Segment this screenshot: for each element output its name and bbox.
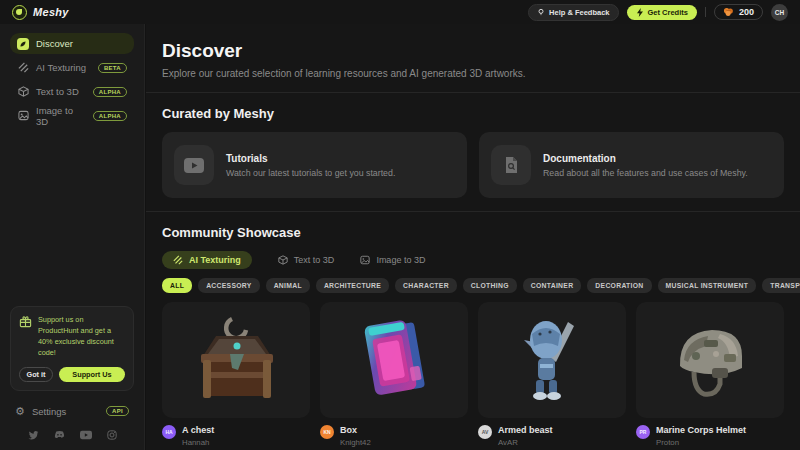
- twitter-icon[interactable]: [28, 430, 39, 440]
- model-author: Knight42: [340, 438, 371, 447]
- meshy-logo-text: Meshy: [33, 6, 69, 18]
- user-avatar[interactable]: CH: [771, 4, 788, 21]
- showcase-heading: Community Showcase: [162, 225, 784, 240]
- support-us-button[interactable]: Support Us: [59, 367, 125, 382]
- cube-icon: [278, 255, 288, 265]
- settings-label: Settings: [32, 406, 99, 417]
- tab-text-to-3d[interactable]: Text to 3D: [278, 251, 335, 269]
- filter-container[interactable]: CONTAINER: [523, 278, 582, 293]
- tutorials-title: Tutorials: [226, 153, 395, 164]
- got-it-button[interactable]: Got it: [19, 367, 53, 382]
- tab-ai-texturing[interactable]: AI Texturing: [162, 251, 252, 269]
- lightbulb-icon: [537, 8, 545, 16]
- filter-architecture[interactable]: ARCHITECTURE: [316, 278, 389, 293]
- model-image-chest: [186, 310, 286, 410]
- main-content: Discover Explore our curated selection o…: [146, 24, 800, 450]
- credit-balance[interactable]: 200: [714, 4, 763, 20]
- help-feedback-label: Help & Feedback: [549, 8, 609, 17]
- category-filters: ALL ACCESSORY ANIMAL ARCHITECTURE CHARAC…: [162, 278, 784, 293]
- producthunt-promo-card: Support us on ProductHunt and get a 40% …: [10, 306, 134, 391]
- instagram-icon[interactable]: [107, 430, 117, 440]
- filter-clothing[interactable]: CLOTHING: [463, 278, 517, 293]
- sidebar-item-label: Image to 3D: [36, 105, 86, 127]
- documentation-desc: Read about all the features and use case…: [543, 168, 748, 178]
- showcase-card[interactable]: PR Marine Corps Helmet Proton: [636, 302, 784, 447]
- texture-stripes-icon: [17, 62, 29, 74]
- creator-avatar[interactable]: PR: [636, 425, 650, 439]
- curated-heading: Curated by Meshy: [162, 106, 784, 121]
- top-bar: Meshy Help & Feedback Get Credits 200 CH: [0, 0, 800, 24]
- filter-transportation[interactable]: TRANSPORTATION: [762, 278, 800, 293]
- social-links: [10, 430, 134, 442]
- model-thumbnail: [636, 302, 784, 418]
- sidebar-item-label: Text to 3D: [36, 86, 86, 97]
- model-image-box: [344, 310, 444, 410]
- alpha-badge: ALPHA: [93, 111, 127, 121]
- model-title: Armed beast: [498, 425, 553, 435]
- tab-label: Text to 3D: [294, 255, 335, 265]
- documentation-card[interactable]: Documentation Read about all the feature…: [479, 132, 784, 198]
- showcase-card[interactable]: HA A chest Hannah: [162, 302, 310, 447]
- gear-icon: ⚙: [15, 406, 25, 417]
- sidebar-item-ai-texturing[interactable]: AI Texturing BETA: [10, 57, 134, 78]
- texture-stripes-icon: [173, 255, 183, 265]
- image-icon: [17, 110, 29, 122]
- filter-decoration[interactable]: DECORATION: [587, 278, 651, 293]
- section-divider: [146, 92, 800, 93]
- discord-icon[interactable]: [54, 430, 65, 440]
- help-feedback-button[interactable]: Help & Feedback: [528, 4, 618, 21]
- filter-animal[interactable]: ANIMAL: [266, 278, 310, 293]
- beta-badge: BETA: [98, 63, 127, 73]
- creator-avatar[interactable]: AV: [478, 425, 492, 439]
- cube-icon: [17, 86, 29, 98]
- page-title: Discover: [162, 40, 784, 62]
- lightning-icon: [636, 8, 644, 17]
- creator-avatar[interactable]: KN: [320, 425, 334, 439]
- model-title: Box: [340, 425, 371, 435]
- promo-text: Support us on ProductHunt and get a 40% …: [38, 315, 125, 359]
- credit-count-value: 200: [739, 7, 754, 17]
- creator-avatar[interactable]: HA: [162, 425, 176, 439]
- showcase-card[interactable]: KN Box Knight42: [320, 302, 468, 447]
- showcase-card[interactable]: AV Armed beast AvAR: [478, 302, 626, 447]
- filter-character[interactable]: CHARACTER: [395, 278, 457, 293]
- showcase-grid: HA A chest Hannah: [162, 302, 784, 447]
- api-badge: API: [106, 406, 129, 416]
- model-author: AvAR: [498, 438, 553, 447]
- model-title: A chest: [182, 425, 214, 435]
- meshy-logo-icon: [12, 5, 27, 20]
- showcase-tabs: AI Texturing Text to 3D Image to 3D: [162, 251, 784, 269]
- document-icon: [491, 145, 531, 185]
- filter-accessory[interactable]: ACCESSORY: [198, 278, 260, 293]
- model-thumbnail: [320, 302, 468, 418]
- model-image-armed-beast: [502, 310, 602, 410]
- model-author: Hannah: [182, 438, 214, 447]
- filter-musical-instrument[interactable]: MUSICAL INSTRUMENT: [658, 278, 757, 293]
- sidebar-item-label: Discover: [36, 38, 127, 49]
- get-credits-label: Get Credits: [648, 8, 688, 17]
- get-credits-button[interactable]: Get Credits: [627, 5, 697, 20]
- tab-image-to-3d[interactable]: Image to 3D: [360, 251, 425, 269]
- alpha-badge: ALPHA: [93, 87, 127, 97]
- gift-icon: [19, 315, 32, 328]
- sidebar-item-settings[interactable]: ⚙ Settings API: [10, 400, 134, 422]
- sidebar-item-image-to-3d[interactable]: Image to 3D ALPHA: [10, 105, 134, 126]
- sidebar-item-discover[interactable]: Discover: [10, 33, 134, 54]
- tutorials-card[interactable]: Tutorials Watch our latest tutorials to …: [162, 132, 467, 198]
- sidebar-item-label: AI Texturing: [36, 62, 91, 73]
- tab-label: AI Texturing: [189, 255, 241, 265]
- sidebar-item-text-to-3d[interactable]: Text to 3D ALPHA: [10, 81, 134, 102]
- meshy-logo[interactable]: Meshy: [12, 5, 69, 20]
- sidebar: Discover AI Texturing BETA Text to 3D AL…: [0, 24, 145, 450]
- model-thumbnail: [478, 302, 626, 418]
- filter-all[interactable]: ALL: [162, 278, 192, 293]
- page-subtitle: Explore our curated selection of learnin…: [162, 68, 784, 79]
- youtube-play-icon: [174, 145, 214, 185]
- youtube-icon[interactable]: [80, 430, 92, 440]
- image-icon: [360, 255, 370, 265]
- model-thumbnail: [162, 302, 310, 418]
- section-divider: [146, 211, 800, 212]
- tutorials-desc: Watch our latest tutorials to get you st…: [226, 168, 395, 178]
- discover-compass-icon: [17, 38, 29, 50]
- model-image-helmet: [660, 310, 760, 410]
